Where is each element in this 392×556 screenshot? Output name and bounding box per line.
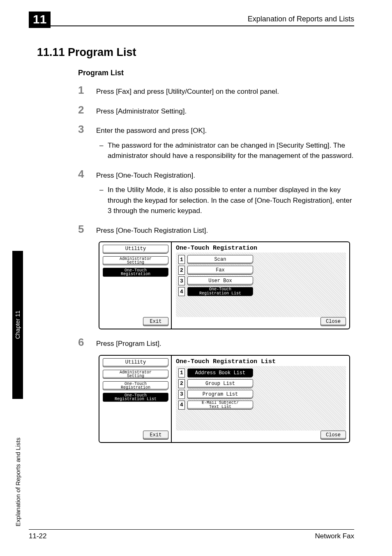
step-number: 1 bbox=[78, 85, 96, 95]
screenshot-title: One-Touch Registration List bbox=[176, 358, 346, 365]
row-number: 1 bbox=[178, 255, 185, 264]
screenshot-one-touch-registration-list: Utility AdministratorSetting One-TouchRe… bbox=[99, 355, 350, 443]
footer-divider bbox=[29, 529, 354, 530]
screenshot-options: 1 Address Book List 2 Group List 3 Progr… bbox=[176, 366, 346, 431]
option-row-4: 4 E-Mail Subject/Text List bbox=[178, 401, 344, 410]
step-number: 3 bbox=[78, 124, 96, 134]
step-text: Press [Fax] and press [Utility/Counter] … bbox=[96, 85, 355, 97]
step-text: Press [One-Touch Registration]. – In the… bbox=[96, 169, 355, 216]
step-2: 2 Press [Administrator Setting]. bbox=[78, 104, 355, 117]
row-number: 4 bbox=[178, 401, 185, 410]
substep: – The password for the administrator can… bbox=[96, 140, 355, 161]
footer-title: Network Fax bbox=[315, 532, 354, 540]
dash-icon: – bbox=[96, 140, 108, 161]
screenshot-one-touch-registration: Utility AdministratorSetting One-TouchRe… bbox=[99, 241, 350, 329]
steps-list: 1 Press [Fax] and press [Utility/Counter… bbox=[78, 85, 355, 236]
step-number: 4 bbox=[78, 169, 96, 179]
side-label-text: Explanation of Reports and Lists bbox=[14, 438, 21, 526]
exit-button[interactable]: Exit bbox=[143, 431, 168, 440]
ss-nav-admin-setting[interactable]: AdministratorSetting bbox=[103, 370, 168, 379]
sub-heading: Program List bbox=[78, 69, 355, 77]
screenshot-title: One-Touch Registration bbox=[176, 245, 346, 252]
screenshot-breadcrumb: Utility AdministratorSetting One-TouchRe… bbox=[99, 242, 172, 329]
row-number: 1 bbox=[178, 368, 185, 378]
substep: – In the Utility Mode, it is also possib… bbox=[96, 185, 355, 216]
option-row-1: 1 Address Book List bbox=[178, 368, 344, 378]
ss-nav-admin-setting[interactable]: AdministratorSetting bbox=[103, 256, 168, 265]
screenshot-main-panel: One-Touch Registration 1 Scan 2 Fax 3 Us… bbox=[172, 242, 349, 329]
step-text: Enter the password and press [OK]. – The… bbox=[96, 124, 355, 161]
row-number: 2 bbox=[178, 266, 185, 275]
running-header: Explanation of Reports and Lists bbox=[248, 15, 354, 23]
option-row-2: 2 Group List bbox=[178, 379, 344, 388]
step-1: 1 Press [Fax] and press [Utility/Counter… bbox=[78, 85, 355, 97]
option-one-touch-registration-list[interactable]: One-TouchRegistration List bbox=[187, 287, 253, 296]
step-text-span: Press [One-Touch Registration]. bbox=[96, 171, 195, 179]
substep-text: In the Utility Mode, it is also possible… bbox=[108, 185, 355, 216]
close-button[interactable]: Close bbox=[321, 431, 346, 440]
screenshot-breadcrumb: Utility AdministratorSetting One-TouchRe… bbox=[99, 356, 172, 442]
option-program-list[interactable]: Program List bbox=[187, 390, 253, 399]
step-text: Press [Program List]. bbox=[96, 337, 355, 349]
option-row-3: 3 User Box bbox=[178, 276, 344, 285]
ss-nav-one-touch-registration[interactable]: One-TouchRegistration bbox=[103, 268, 168, 277]
option-scan[interactable]: Scan bbox=[187, 255, 253, 264]
substep-text: The password for the administrator can b… bbox=[108, 140, 355, 161]
step-5: 5 Press [One-Touch Registration List]. bbox=[78, 224, 355, 236]
option-fax[interactable]: Fax bbox=[187, 266, 253, 275]
ss-nav-one-touch-registration[interactable]: One-TouchRegistration bbox=[103, 381, 168, 390]
option-row-3: 3 Program List bbox=[178, 390, 344, 399]
exit-button[interactable]: Exit bbox=[143, 317, 168, 326]
option-row-1: 1 Scan bbox=[178, 255, 344, 264]
ss-nav-one-touch-registration-list[interactable]: One-TouchRegistration List bbox=[103, 393, 168, 402]
step-6: 6 Press [Program List]. bbox=[78, 337, 355, 349]
close-button[interactable]: Close bbox=[321, 317, 346, 326]
screenshot-main-panel: One-Touch Registration List 1 Address Bo… bbox=[172, 356, 349, 442]
option-row-2: 2 Fax bbox=[178, 266, 344, 275]
ss-nav-utility[interactable]: Utility bbox=[103, 358, 168, 367]
header-divider bbox=[29, 25, 354, 26]
ss-nav-utility[interactable]: Utility bbox=[103, 245, 168, 254]
row-number: 2 bbox=[178, 379, 185, 388]
step-3: 3 Enter the password and press [OK]. – T… bbox=[78, 124, 355, 161]
step-number: 6 bbox=[78, 337, 96, 348]
screenshot-options: 1 Scan 2 Fax 3 User Box 4 One-TouchRegis… bbox=[176, 253, 346, 317]
option-email-subject-text-list[interactable]: E-Mail Subject/Text List bbox=[187, 401, 253, 410]
section-heading: 11.11 Program List bbox=[37, 46, 355, 59]
step-text: Press [Administrator Setting]. bbox=[96, 104, 355, 117]
page-number: 11-22 bbox=[29, 532, 46, 540]
step-text: Press [One-Touch Registration List]. bbox=[96, 224, 355, 236]
row-number: 3 bbox=[178, 276, 185, 285]
option-group-list[interactable]: Group List bbox=[187, 379, 253, 388]
row-number: 4 bbox=[178, 287, 185, 296]
step-number: 5 bbox=[78, 224, 96, 234]
step-4: 4 Press [One-Touch Registration]. – In t… bbox=[78, 169, 355, 216]
option-user-box[interactable]: User Box bbox=[187, 276, 253, 285]
option-address-book-list[interactable]: Address Book List bbox=[187, 368, 253, 378]
step-text-span: Enter the password and press [OK]. bbox=[96, 127, 207, 134]
dash-icon: – bbox=[96, 185, 108, 216]
steps-list-cont: 6 Press [Program List]. bbox=[78, 337, 355, 349]
row-number: 3 bbox=[178, 390, 185, 399]
step-number: 2 bbox=[78, 104, 96, 115]
option-row-4: 4 One-TouchRegistration List bbox=[178, 287, 344, 296]
side-label: Explanation of Reports and Lists bbox=[12, 271, 23, 526]
